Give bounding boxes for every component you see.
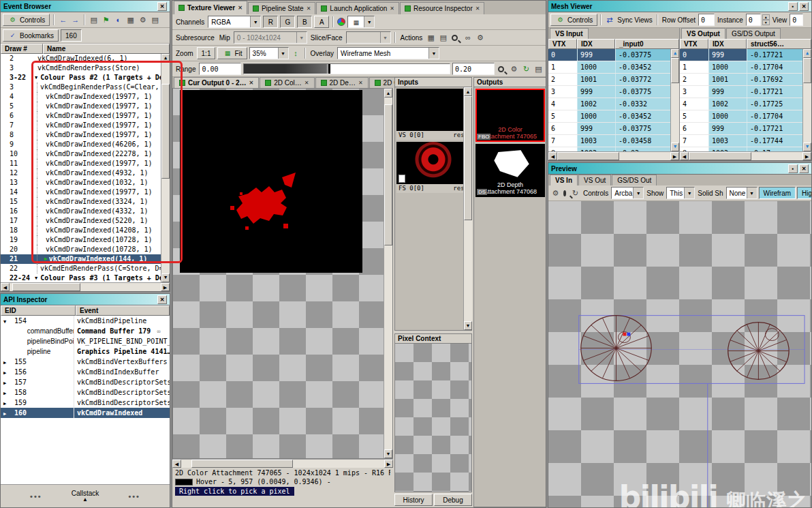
- tab-close-icon[interactable]: ✕: [475, 5, 480, 12]
- event-row[interactable]: 9 vkCmdDrawIndexed(46206, 1): [1, 140, 170, 149]
- range-slider[interactable]: [243, 63, 450, 74]
- expand-icon[interactable]: ▶: [3, 358, 10, 367]
- vs-input-hscrollbar[interactable]: ◀ ▶: [548, 151, 679, 160]
- zoom-percent-select[interactable]: 35% ▼: [249, 47, 289, 59]
- mesh-preview-canvas[interactable]: bilibili 卿临溪之: [548, 201, 811, 507]
- vs-output-vscrollbar[interactable]: ▲ ▼: [802, 49, 811, 151]
- zoom-1-1-button[interactable]: 1:1: [197, 47, 216, 59]
- event-row[interactable]: 2 vkCmdDrawIndexed(6, 1): [1, 54, 170, 63]
- texture-doc-tab[interactable]: 2D De… ✕: [315, 77, 369, 88]
- instance-input[interactable]: [746, 14, 761, 26]
- mesh-data-row[interactable]: 8 1003 -0.17: [680, 147, 811, 151]
- show-select[interactable]: This ▼: [666, 187, 695, 199]
- main-tab[interactable]: Launch Application ✕: [316, 2, 399, 14]
- event-list-hscrollbar[interactable]: ◀ ▶: [1, 282, 170, 291]
- api-event-row[interactable]: pipeline Graphics Pipeline 4141…: [1, 346, 170, 357]
- scroll-left-icon[interactable]: ◀: [1, 283, 10, 291]
- mesh-data-row[interactable]: 2 1001 -0.03772: [548, 74, 679, 86]
- tab-close-icon[interactable]: ✕: [390, 5, 394, 12]
- api-event-row[interactable]: ▼ 154 vkCmdBindPipeline: [1, 316, 170, 326]
- texture-render-view[interactable]: ▲ ▼: [172, 88, 393, 459]
- settings-icon[interactable]: ⚙: [475, 33, 485, 42]
- solid-shading-select[interactable]: None ▼: [726, 187, 758, 199]
- autofit-icon[interactable]: ⚙: [509, 65, 519, 74]
- event-row[interactable]: 4 vkCmdDrawIndexed(19977, 1): [1, 92, 170, 102]
- expand-icon[interactable]: ▶: [3, 378, 10, 387]
- float-panel-icon[interactable]: ▪: [788, 164, 798, 173]
- mesh-data-row[interactable]: 6 999 -0.17721: [680, 123, 811, 135]
- tree-expand-icon[interactable]: ▼: [35, 273, 37, 282]
- event-row[interactable]: 5 vkCmdDrawIndexed(19977, 1): [1, 102, 170, 111]
- scroll-up-icon[interactable]: ▲: [803, 49, 811, 58]
- mesh-data-row[interactable]: 7 1003 -0.03458: [548, 135, 679, 147]
- mesh-data-row[interactable]: 7 1003 -0.17744: [680, 135, 811, 147]
- history-button[interactable]: History: [394, 494, 433, 506]
- expand-icon[interactable]: ▶: [3, 409, 10, 418]
- clock-icon[interactable]: ◐: [113, 16, 123, 24]
- mesh-data-row[interactable]: 5 1000 -0.03452: [548, 110, 679, 123]
- gear-icon[interactable]: ⚙: [550, 189, 561, 198]
- tab-close-icon[interactable]: ✕: [358, 80, 363, 86]
- debug-button[interactable]: Debug: [434, 494, 472, 506]
- reset-range-icon[interactable]: ↻: [521, 65, 531, 74]
- channels-select[interactable]: RGBA ▼: [208, 16, 261, 28]
- api-event-row[interactable]: ▶ 156 vkCmdBindIndexBuffer: [1, 367, 170, 377]
- texture-doc-tab[interactable]: 2D Col… ✕: [260, 77, 314, 88]
- mesh-data-row[interactable]: 4 1002 -0.0332: [548, 98, 679, 110]
- texture-image[interactable]: [180, 90, 362, 273]
- scroll-down-icon[interactable]: ▼: [671, 143, 679, 151]
- channel-g-button[interactable]: G: [280, 16, 295, 28]
- row-offset-input[interactable]: [698, 14, 715, 26]
- close-icon[interactable]: ✕: [799, 164, 809, 173]
- mesh-data-row[interactable]: 6 999 -0.03775: [548, 123, 679, 135]
- scroll-up-icon[interactable]: ▲: [161, 54, 170, 63]
- close-icon[interactable]: ✕: [157, 295, 167, 304]
- mip-select[interactable]: 0 - 1024x1024 ▼: [234, 31, 307, 44]
- render-vscrollbar[interactable]: ▲ ▼: [384, 89, 392, 458]
- range-min-input[interactable]: [199, 63, 241, 75]
- filter-icon[interactable]: ⚙: [138, 16, 148, 25]
- render-hscrollbar[interactable]: ◀ ▶: [172, 459, 393, 468]
- sync-views-icon[interactable]: ⇄: [604, 16, 614, 25]
- thumbnail-image[interactable]: [396, 142, 470, 184]
- mesh-data-row[interactable]: 1 1000 -0.03452: [548, 61, 679, 74]
- api-event-row[interactable]: ▶ 160 vkCmdDrawIndexed: [1, 408, 170, 418]
- preview-tab[interactable]: GS/DS Out: [612, 175, 657, 185]
- preview-tab[interactable]: VS In: [550, 175, 578, 185]
- expand-icon[interactable]: ▶: [3, 368, 10, 377]
- scroll-left-icon[interactable]: ◀: [172, 460, 181, 468]
- event-row[interactable]: 20 vkCmdDrawIndexed(10728, 1): [1, 245, 170, 254]
- close-icon[interactable]: ✕: [157, 2, 167, 11]
- resize-grip[interactable]: •••: [99, 492, 170, 500]
- event-row[interactable]: 21 ▶ vkCmdDrawIndexed(144, 1): [1, 254, 170, 264]
- api-event-row[interactable]: ▶ 155 vkCmdBindVertexBuffers: [1, 357, 170, 367]
- event-row[interactable]: 17 vkCmdDrawIndexed(5220, 1): [1, 216, 170, 226]
- mesh-data-row[interactable]: 0 999 -0.03775: [548, 49, 679, 61]
- link-icon[interactable]: ∞: [463, 33, 473, 42]
- scroll-right-icon[interactable]: ▶: [384, 460, 393, 468]
- event-row[interactable]: 3 vkCmdBeginRenderPass(C=Clear, D=C…: [1, 83, 170, 92]
- scroll-up-icon[interactable]: ▲: [671, 49, 679, 58]
- wireframe-toggle-button[interactable]: Wirefram: [759, 187, 796, 199]
- scroll-down-icon[interactable]: ▼: [464, 321, 472, 330]
- view-input[interactable]: [790, 14, 803, 26]
- event-row[interactable]: 3 vkCmdEndRenderPass(Store): [1, 63, 170, 73]
- output-thumbnail-depth[interactable]: 2D Depth Attachment 747068 DS: [475, 144, 545, 197]
- api-event-row[interactable]: ▶ 158 vkCmdBindDescriptorSets: [1, 387, 170, 398]
- highlight-toggle-button[interactable]: High: [797, 187, 812, 199]
- event-row[interactable]: 8 vkCmdDrawIndexed(19977, 1): [1, 130, 170, 140]
- event-row[interactable]: 18 vkCmdDrawIndexed(14208, 1): [1, 226, 170, 235]
- output-thumbnail-color[interactable]: 2D Color Attachment 747065 FBO: [475, 89, 545, 142]
- range-slider-handle[interactable]: [328, 64, 330, 74]
- pixel-context-view[interactable]: [394, 344, 472, 492]
- mesh-data-row[interactable]: 5 1000 -0.17704: [680, 110, 811, 123]
- api-event-row[interactable]: commandBuffer Command Buffer 179 ∞: [1, 326, 170, 336]
- scroll-right-icon[interactable]: ▶: [670, 152, 679, 160]
- event-row[interactable]: 6 vkCmdDrawIndexed(19977, 1): [1, 111, 170, 121]
- event-row[interactable]: 11 vkCmdDrawIndexed(19977, 1): [1, 159, 170, 168]
- main-tab[interactable]: Resource Inspector ✕: [400, 2, 484, 14]
- event-row[interactable]: 19 vkCmdDrawIndexed(10728, 1): [1, 235, 170, 245]
- event-list-vscrollbar[interactable]: ▲ ▼: [161, 54, 170, 282]
- scroll-left-icon[interactable]: ◀: [680, 152, 689, 160]
- main-tab[interactable]: Pipeline State ✕: [248, 2, 315, 14]
